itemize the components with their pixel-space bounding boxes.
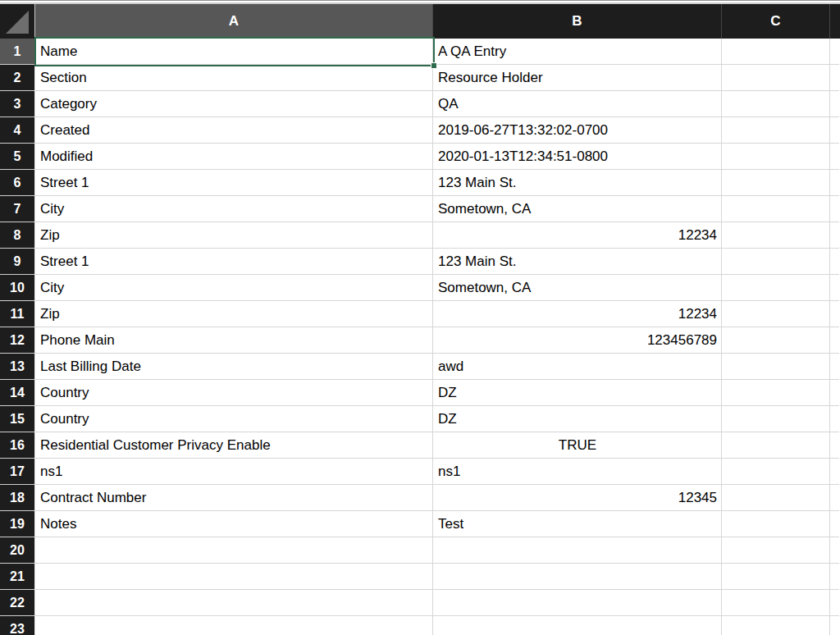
cell-B6[interactable]: 123 Main St. [433, 170, 722, 196]
cell-B11[interactable]: 12234 [433, 301, 722, 327]
row-header-23[interactable]: 23 [0, 616, 35, 635]
cell-A20[interactable] [35, 537, 433, 564]
cell-D22[interactable] [830, 590, 839, 616]
cell-D1[interactable] [830, 39, 839, 65]
cell-A17[interactable]: ns1 [35, 459, 433, 485]
cell-D2[interactable] [830, 65, 839, 91]
cell-D16[interactable] [830, 432, 839, 459]
cell-A1[interactable]: Name [35, 39, 433, 65]
cell-D15[interactable] [830, 406, 839, 432]
cell-A3[interactable]: Category [35, 91, 433, 117]
cell-C20[interactable] [722, 537, 830, 564]
cell-D9[interactable] [830, 249, 839, 275]
cell-B23[interactable] [433, 616, 722, 635]
cell-C19[interactable] [722, 511, 830, 537]
cell-C11[interactable] [722, 301, 830, 327]
column-header-d[interactable] [830, 4, 840, 39]
select-all-corner[interactable] [0, 4, 35, 39]
row-header-16[interactable]: 16 [0, 432, 35, 459]
cell-D12[interactable] [830, 327, 839, 354]
column-header-c[interactable]: C [722, 4, 830, 39]
row-header-11[interactable]: 11 [0, 301, 35, 327]
cell-B12[interactable]: 123456789 [433, 327, 722, 354]
cell-D6[interactable] [830, 170, 839, 196]
column-header-a[interactable]: A [35, 4, 433, 39]
cell-B22[interactable] [433, 590, 722, 616]
cell-C2[interactable] [722, 65, 830, 91]
cell-A10[interactable]: City [35, 275, 433, 301]
row-header-13[interactable]: 13 [0, 354, 35, 380]
cell-D19[interactable] [830, 511, 839, 537]
cell-C6[interactable] [722, 170, 830, 196]
cell-B17[interactable]: ns1 [433, 459, 722, 485]
cell-D20[interactable] [830, 537, 839, 564]
cell-A21[interactable] [35, 564, 433, 590]
column-header-b[interactable]: B [433, 4, 722, 39]
row-header-5[interactable]: 5 [0, 144, 35, 170]
cell-A12[interactable]: Phone Main [35, 327, 433, 354]
row-header-4[interactable]: 4 [0, 117, 35, 144]
cell-B7[interactable]: Sometown, CA [433, 196, 722, 222]
row-header-6[interactable]: 6 [0, 170, 35, 196]
cell-A2[interactable]: Section [35, 65, 433, 91]
cell-A18[interactable]: Contract Number [35, 485, 433, 511]
cell-C17[interactable] [722, 459, 830, 485]
cell-B13[interactable]: awd [433, 354, 722, 380]
cell-A16[interactable]: Residential Customer Privacy Enable [35, 432, 433, 459]
cell-C23[interactable] [722, 616, 830, 635]
cell-A7[interactable]: City [35, 196, 433, 222]
cell-D18[interactable] [830, 485, 839, 511]
cell-D17[interactable] [830, 459, 839, 485]
cell-A14[interactable]: Country [35, 380, 433, 406]
cell-D21[interactable] [830, 564, 839, 590]
row-header-3[interactable]: 3 [0, 91, 35, 117]
cell-D7[interactable] [830, 196, 839, 222]
cell-C4[interactable] [722, 117, 830, 144]
cell-C22[interactable] [722, 590, 830, 616]
cell-B18[interactable]: 12345 [433, 485, 722, 511]
row-header-10[interactable]: 10 [0, 275, 35, 301]
cell-B20[interactable] [433, 537, 722, 564]
cell-A4[interactable]: Created [35, 117, 433, 144]
row-header-18[interactable]: 18 [0, 485, 35, 511]
cell-C18[interactable] [722, 485, 830, 511]
cell-D3[interactable] [830, 91, 839, 117]
cell-D11[interactable] [830, 301, 839, 327]
cell-C16[interactable] [722, 432, 830, 459]
cell-C5[interactable] [722, 144, 830, 170]
cell-A6[interactable]: Street 1 [35, 170, 433, 196]
cell-B9[interactable]: 123 Main St. [433, 249, 722, 275]
row-header-20[interactable]: 20 [0, 537, 35, 564]
cell-C21[interactable] [722, 564, 830, 590]
cell-B19[interactable]: Test [433, 511, 722, 537]
row-header-2[interactable]: 2 [0, 65, 35, 91]
cell-A11[interactable]: Zip [35, 301, 433, 327]
row-header-22[interactable]: 22 [0, 590, 35, 616]
cell-D14[interactable] [830, 380, 839, 406]
cell-D8[interactable] [830, 222, 839, 249]
cell-C10[interactable] [722, 275, 830, 301]
cell-A9[interactable]: Street 1 [35, 249, 433, 275]
cell-C3[interactable] [722, 91, 830, 117]
cell-A8[interactable]: Zip [35, 222, 433, 249]
cell-C8[interactable] [722, 222, 830, 249]
cell-D13[interactable] [830, 354, 839, 380]
row-header-15[interactable]: 15 [0, 406, 35, 432]
cell-B21[interactable] [433, 564, 722, 590]
row-header-19[interactable]: 19 [0, 511, 35, 537]
cell-A22[interactable] [35, 590, 433, 616]
cell-A5[interactable]: Modified [35, 144, 433, 170]
row-header-12[interactable]: 12 [0, 327, 35, 354]
row-header-14[interactable]: 14 [0, 380, 35, 406]
cell-B16[interactable]: TRUE [433, 432, 722, 459]
cell-B1[interactable]: A QA Entry [433, 39, 722, 65]
row-header-9[interactable]: 9 [0, 249, 35, 275]
row-header-7[interactable]: 7 [0, 196, 35, 222]
cell-A13[interactable]: Last Billing Date [35, 354, 433, 380]
row-header-1[interactable]: 1 [0, 39, 35, 65]
cell-C1[interactable] [722, 39, 830, 65]
cell-B8[interactable]: 12234 [433, 222, 722, 249]
cell-B10[interactable]: Sometown, CA [433, 275, 722, 301]
cell-C9[interactable] [722, 249, 830, 275]
cell-C7[interactable] [722, 196, 830, 222]
